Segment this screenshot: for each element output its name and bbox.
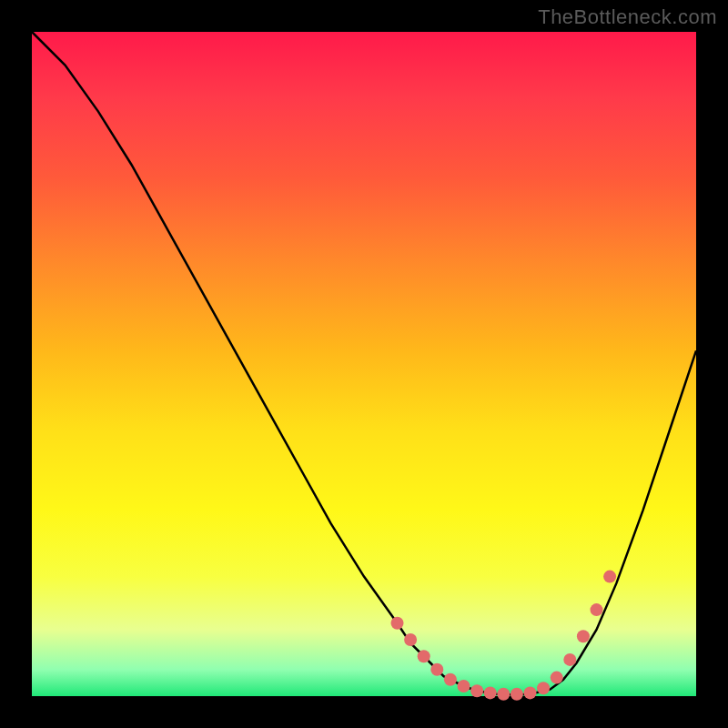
watermark-text: TheBottleneck.com bbox=[538, 5, 717, 29]
chart-svg bbox=[32, 32, 696, 696]
curve-dot bbox=[444, 673, 457, 686]
curve-dot bbox=[577, 630, 590, 642]
curve-dot bbox=[537, 682, 550, 694]
curve-dot bbox=[484, 686, 497, 699]
curve-dot bbox=[524, 686, 537, 699]
curve-dot bbox=[391, 617, 404, 630]
curve-dot bbox=[511, 688, 523, 701]
curve-dots bbox=[391, 571, 617, 701]
curve-dot bbox=[470, 684, 483, 697]
curve-dot bbox=[404, 633, 417, 646]
bottleneck-curve bbox=[32, 32, 696, 695]
curve-dot bbox=[551, 672, 563, 684]
curve-dot bbox=[603, 571, 616, 583]
curve-line bbox=[32, 32, 696, 695]
curve-dot bbox=[418, 650, 430, 662]
curve-dot bbox=[563, 653, 576, 666]
curve-dot bbox=[591, 603, 603, 616]
curve-dot bbox=[458, 680, 470, 693]
curve-dot bbox=[497, 688, 510, 701]
curve-dot bbox=[430, 663, 443, 676]
